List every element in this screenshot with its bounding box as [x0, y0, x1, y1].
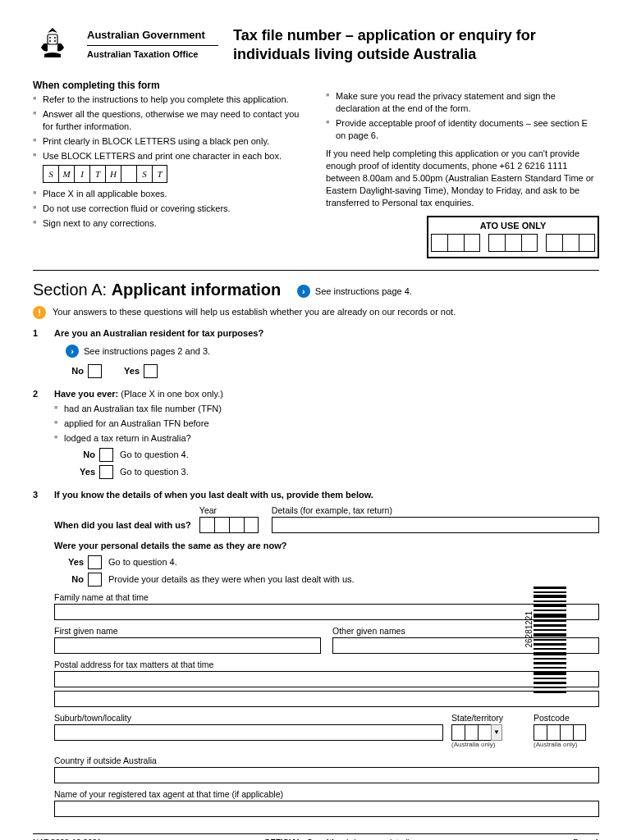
info-icon: !	[33, 306, 46, 319]
section-divider	[33, 270, 599, 271]
svg-rect-13	[534, 624, 566, 627]
aus-only-note: (Australia only)	[451, 741, 525, 750]
instruction-item: Answer all the questions, otherwise we m…	[33, 108, 306, 133]
form-title: Tax file number – application or enquiry…	[233, 25, 599, 63]
q2-title: Have you ever: (Place X in one box only.…	[54, 388, 599, 400]
instruction-item: Print clearly in BLOCK LETTERS using a b…	[33, 135, 306, 148]
agent-label: Name of your registered tax agent at tha…	[54, 788, 599, 800]
postal-input-2[interactable]	[54, 691, 599, 707]
q1-yes-option[interactable]: Yes	[121, 364, 158, 378]
instruction-item: Refer to the instructions to help you co…	[33, 94, 306, 106]
q3-same-question: Were your personal details the same as t…	[54, 540, 599, 552]
agent-input[interactable]	[54, 801, 599, 817]
q3-no-option[interactable]: No	[66, 573, 102, 587]
svg-rect-7	[534, 595, 566, 598]
instructions-heading: When completing this form	[33, 79, 306, 92]
q3-yes-hint: Go to question 4.	[108, 556, 177, 568]
see-instructions-link: › See instructions page 4.	[297, 285, 412, 298]
postcode-label: Postcode	[534, 712, 599, 724]
instructions-block: When completing this form Refer to the i…	[33, 79, 599, 258]
q2-no-option[interactable]: No	[77, 448, 113, 462]
q2-item: had an Australian tax file number (TFN)	[54, 403, 599, 415]
question-1: 1 Are you an Australian resident for tax…	[33, 327, 599, 381]
chevron-down-icon[interactable]: ▼	[491, 724, 502, 741]
agency-name: Australian Taxation Office	[87, 45, 218, 61]
svg-rect-8	[534, 600, 566, 602]
checkbox[interactable]	[99, 448, 113, 462]
q1-see-instructions: › See instructions pages 2 and 3.	[66, 345, 599, 358]
section-intro: ! Your answers to these questions will h…	[33, 306, 599, 319]
char-cell: H	[105, 165, 121, 183]
instruction-item: Sign next to any corrections.	[33, 217, 306, 230]
svg-rect-11	[534, 614, 566, 618]
char-cell: I	[74, 165, 89, 183]
svg-rect-27	[534, 691, 566, 693]
instruction-item: Do not use correction fluid or covering …	[33, 203, 306, 215]
postcode-input[interactable]	[534, 724, 599, 741]
char-cell	[121, 165, 136, 183]
example-char-boxes: S M I T H S T	[43, 165, 306, 183]
svg-point-4	[54, 40, 56, 42]
q2-no-hint: Go to question 4.	[120, 449, 189, 461]
details-label: Details (for example, tax return)	[272, 504, 599, 516]
instruction-item: Place X in all applicable boxes.	[33, 188, 306, 200]
aus-only-note: (Australia only)	[534, 741, 599, 750]
svg-rect-21	[534, 662, 566, 664]
svg-rect-14	[534, 629, 566, 631]
checkbox[interactable]	[88, 555, 102, 569]
section-a-title: Section A: Applicant information › See i…	[33, 279, 599, 301]
svg-rect-19	[534, 652, 566, 655]
q2-item: applied for an Australian TFN before	[54, 418, 599, 430]
svg-rect-5	[534, 587, 566, 589]
coat-of-arms-icon	[33, 25, 72, 64]
family-name-label: Family name at that time	[54, 591, 599, 603]
year-label: Year	[199, 504, 259, 516]
svg-rect-10	[534, 609, 566, 611]
details-input[interactable]	[272, 517, 599, 533]
checkbox[interactable]	[88, 364, 102, 378]
ato-use-only-label: ATO USE ONLY	[433, 220, 593, 232]
svg-rect-16	[534, 639, 566, 641]
svg-point-1	[49, 37, 51, 39]
question-3: 3 If you know the details of when you la…	[33, 489, 599, 818]
checkbox[interactable]	[144, 364, 158, 378]
country-input[interactable]	[54, 767, 599, 783]
help-text: If you need help completing this applica…	[326, 148, 599, 208]
year-input[interactable]	[199, 517, 259, 533]
country-label: Country if outside Australia	[54, 755, 599, 766]
question-2: 2 Have you ever: (Place X in one box onl…	[33, 388, 599, 482]
state-label: State/territory	[451, 712, 525, 724]
suburb-input[interactable]	[54, 724, 443, 741]
checkbox[interactable]	[99, 465, 113, 479]
svg-rect-6	[534, 591, 566, 593]
postal-label: Postal address for tax matters at that t…	[54, 659, 599, 670]
svg-rect-9	[534, 605, 566, 607]
svg-rect-15	[534, 633, 566, 637]
q2-yes-option[interactable]: Yes	[77, 465, 113, 479]
family-name-input[interactable]	[54, 604, 599, 620]
char-cell: T	[89, 165, 105, 183]
page-footer: NAT 2628-12.2021 OFFICIAL: Sensitive (wh…	[33, 833, 599, 840]
barcode: 26281221	[534, 587, 566, 693]
svg-rect-0	[48, 34, 57, 44]
svg-point-3	[49, 40, 51, 42]
char-cell: S	[43, 165, 58, 183]
state-input[interactable]: ▼	[451, 724, 525, 741]
q3-no-hint: Provide your details as they were when y…	[108, 573, 355, 586]
svg-rect-17	[534, 643, 566, 646]
svg-point-2	[54, 37, 56, 39]
arrow-right-icon: ›	[66, 345, 79, 358]
checkbox[interactable]	[88, 573, 102, 587]
ato-use-only-box: ATO USE ONLY	[427, 216, 599, 259]
arrow-right-icon: ›	[297, 285, 310, 298]
instruction-item: Provide acceptable proof of identity doc…	[326, 117, 599, 142]
instruction-item: Use BLOCK LETTERS and print one characte…	[33, 150, 306, 162]
postal-input-1[interactable]	[54, 671, 599, 687]
char-cell: S	[136, 165, 152, 183]
q3-title: If you know the details of when you last…	[54, 489, 599, 501]
q1-no-option[interactable]: No	[66, 364, 102, 378]
suburb-label: Suburb/town/locality	[54, 712, 443, 724]
svg-rect-22	[534, 667, 566, 669]
first-name-input[interactable]	[54, 637, 321, 654]
q3-yes-option[interactable]: Yes	[66, 555, 102, 569]
